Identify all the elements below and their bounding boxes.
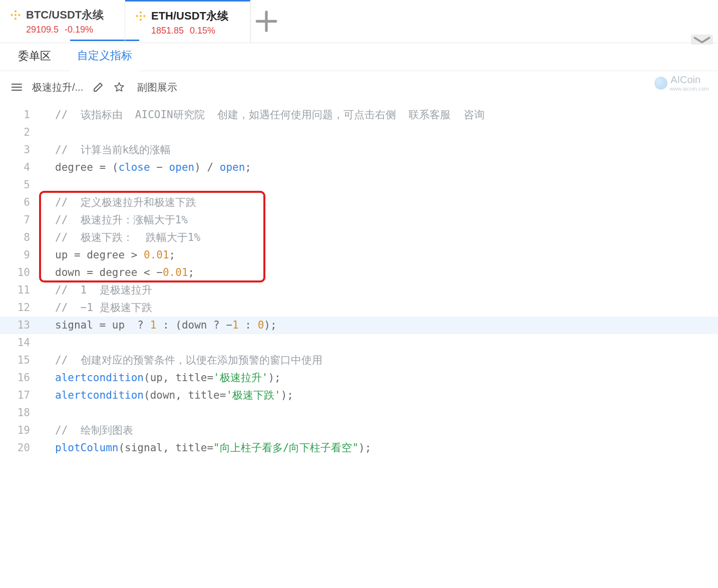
symbol-name: ETH/USDT永续	[151, 9, 228, 24]
code-line[interactable]: 19// 绘制到图表	[0, 422, 718, 439]
code-content: // 该指标由 AICOIN研究院 创建，如遇任何使用问题，可点击右侧 联系客服…	[40, 106, 485, 124]
symbol-tab-eth[interactable]: ETH/USDT永续 1851.85 0.15%	[125, 0, 250, 43]
line-number: 10	[0, 264, 40, 281]
code-line[interactable]: 16alertcondition(up, title='极速拉升');	[0, 369, 718, 387]
code-line[interactable]: 8// 极速下跌： 跌幅大于1%	[0, 229, 718, 246]
code-line[interactable]: 7// 极速拉升：涨幅大于1%	[0, 211, 718, 229]
code-line[interactable]: 18	[0, 404, 718, 422]
svg-rect-1	[11, 14, 13, 16]
code-content: // 定义极速拉升和极速下跌	[40, 194, 196, 211]
code-content: // 极速下跌： 跌幅大于1%	[40, 229, 200, 246]
code-line[interactable]: 12// −1 是极速下跌	[0, 299, 718, 317]
code-content: signal = up ? 1 : (down ? −1 : 0);	[40, 317, 277, 334]
code-line[interactable]: 13signal = up ? 1 : (down ? −1 : 0);	[0, 317, 718, 334]
symbol-tabs: BTC/USDT永续 29109.5 -0.19% ETH/USDT永续 185…	[0, 0, 718, 43]
script-name[interactable]: 极速拉升/...	[32, 81, 83, 94]
tab-orders[interactable]: 委单区	[11, 42, 58, 71]
code-line[interactable]: 3// 计算当前k线的涨幅	[0, 141, 718, 159]
line-number: 18	[0, 404, 40, 422]
editor-toolbar: 极速拉升/... 副图展示 AICoin www.aicoin.com	[0, 71, 718, 103]
line-number: 11	[0, 281, 40, 299]
code-line[interactable]: 4degree = (close − open) / open;	[0, 159, 718, 176]
code-content: // 1 是极速拉升	[40, 281, 152, 299]
line-number: 14	[0, 334, 40, 352]
line-number: 1	[0, 106, 40, 124]
code-content: // 绘制到图表	[40, 422, 133, 439]
code-content: alertcondition(down, title='极速下跌');	[40, 387, 293, 404]
line-number: 7	[0, 211, 40, 229]
tab-custom-indicator[interactable]: 自定义指标	[70, 40, 139, 71]
code-line[interactable]: 20plotColumn(signal, title="向上柱子看多/向下柱子看…	[0, 439, 718, 457]
line-number: 6	[0, 194, 40, 211]
line-number: 12	[0, 299, 40, 317]
line-number: 3	[0, 141, 40, 159]
code-content: degree = (close − open) / open;	[40, 159, 251, 176]
code-line[interactable]: 11// 1 是极速拉升	[0, 281, 718, 299]
binance-icon	[135, 11, 146, 22]
symbol-price: 1851.85	[151, 26, 184, 36]
watermark-url: www.aicoin.com	[669, 86, 709, 92]
code-content: up = degree > 0.01;	[40, 246, 175, 264]
add-symbol-button[interactable]	[250, 0, 282, 43]
line-number: 5	[0, 176, 40, 194]
code-editor[interactable]: 1// 该指标由 AICOIN研究院 创建，如遇任何使用问题，可点击右侧 联系客…	[0, 103, 718, 457]
line-number: 15	[0, 352, 40, 369]
svg-rect-5	[139, 11, 142, 14]
line-number: 9	[0, 246, 40, 264]
line-number: 17	[0, 387, 40, 404]
symbol-change: 0.15%	[190, 26, 215, 36]
code-line[interactable]: 14	[0, 334, 718, 352]
code-line[interactable]: 15// 创建对应的预警条件，以便在添加预警的窗口中使用	[0, 352, 718, 369]
symbol-tab-btc[interactable]: BTC/USDT永续 29109.5 -0.19%	[0, 0, 125, 43]
code-line[interactable]: 10down = degree < −0.01;	[0, 264, 718, 281]
code-line[interactable]: 6// 定义极速拉升和极速下跌	[0, 194, 718, 211]
line-number: 19	[0, 422, 40, 439]
symbol-price: 29109.5	[26, 25, 59, 35]
edit-icon[interactable]	[92, 81, 104, 93]
line-number: 20	[0, 439, 40, 457]
code-line[interactable]: 17alertcondition(down, title='极速下跌');	[0, 387, 718, 404]
line-number: 16	[0, 369, 40, 387]
code-content: // 极速拉升：涨幅大于1%	[40, 211, 188, 229]
code-content: // −1 是极速下跌	[40, 299, 152, 317]
list-icon[interactable]	[11, 81, 23, 93]
code-content: down = degree < −0.01;	[40, 264, 194, 281]
binance-icon	[10, 10, 21, 21]
watermark-brand: AICoin	[670, 74, 700, 85]
line-number: 4	[0, 159, 40, 176]
code-line[interactable]: 5	[0, 176, 718, 194]
collapse-panel-button[interactable]	[691, 35, 713, 45]
svg-rect-7	[143, 15, 146, 17]
sub-tabs: 委单区 自定义指标	[0, 43, 718, 71]
svg-rect-2	[18, 14, 21, 16]
aicoin-watermark: AICoin www.aicoin.com	[654, 74, 709, 92]
svg-rect-9	[139, 15, 142, 17]
star-icon[interactable]	[113, 81, 125, 93]
code-line[interactable]: 9up = degree > 0.01;	[0, 246, 718, 264]
code-content: // 创建对应的预警条件，以便在添加预警的窗口中使用	[40, 352, 322, 369]
svg-rect-3	[14, 18, 17, 20]
svg-rect-6	[136, 15, 138, 17]
code-content: alertcondition(up, title='极速拉升');	[40, 369, 281, 387]
svg-rect-0	[14, 10, 17, 13]
code-content: plotColumn(signal, title="向上柱子看多/向下柱子看空"…	[40, 439, 371, 457]
line-number: 13	[0, 317, 40, 334]
code-content: // 计算当前k线的涨幅	[40, 141, 171, 159]
code-line[interactable]: 2	[0, 124, 718, 141]
symbol-name: BTC/USDT永续	[26, 8, 104, 23]
svg-rect-8	[139, 18, 142, 21]
code-line[interactable]: 1// 该指标由 AICOIN研究院 创建，如遇任何使用问题，可点击右侧 联系客…	[0, 106, 718, 124]
line-number: 2	[0, 124, 40, 141]
side-chart-label[interactable]: 副图展示	[137, 81, 177, 94]
aicoin-logo-icon	[654, 77, 667, 90]
line-number: 8	[0, 229, 40, 246]
symbol-change: -0.19%	[65, 25, 93, 35]
svg-rect-4	[14, 14, 17, 16]
